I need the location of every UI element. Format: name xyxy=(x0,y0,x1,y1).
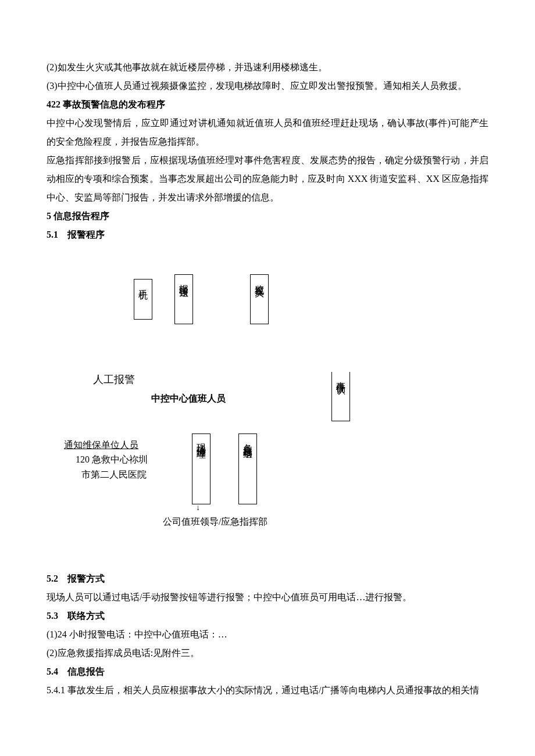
box-alarm-button: 报警按钮 xyxy=(174,274,193,324)
paragraph-5-2: 现场人员可以通过电话/手动报警按钮等进行报警；中控中心值班员可用电话…进行报警。 xyxy=(47,588,488,607)
alarm-flow-diagram: 手机 报警按钮 监视探头 人工报警 中控中心值班人员 事件确认 通知维保单位人员… xyxy=(47,267,488,552)
box-event-confirm: 事件确认 xyxy=(331,372,350,421)
box-phone: 手机 xyxy=(134,279,152,320)
box-action-groups: 各应急行动组 xyxy=(238,433,257,504)
paragraph-5-3-2: (2)应急救援指挥成员电话:见附件三。 xyxy=(47,644,488,662)
box-onsite-manager: 现场值班经理 xyxy=(192,433,211,504)
heading-5: 5 信息报告程序 xyxy=(47,207,488,225)
paragraph-5-4-1: 5.4.1 事故发生后，相关人员应根据事故大小的实际情况，通过电话/广播等向电梯… xyxy=(47,681,488,700)
heading-422: 422 事故预警信息的发布程序 xyxy=(47,95,488,114)
paragraph-3: (3)中控中心值班人员通过视频摄像监控，发现电梯故障时、应立即发出警报预警。通知… xyxy=(47,77,488,95)
heading-5-1: 5.1 报警程序 xyxy=(47,225,488,244)
heading-5-4: 5.4 信息报告 xyxy=(47,662,488,681)
heading-5-2: 5.2 报警方式 xyxy=(47,569,488,588)
label-hospital-2: 市第二人民医院 xyxy=(81,467,147,482)
paragraph-5-3-1: (1)24 小时报警电话：中控中心值班电话：… xyxy=(47,625,488,644)
label-hospital-1: 120 急救中心祢圳 xyxy=(76,452,148,467)
box-camera: 监视探头 xyxy=(250,274,269,324)
paragraph-422-2: 应急指挥部接到报警后，应根据现场值班经理对事件危害程度、发展态势的报告，确定分级… xyxy=(47,151,488,207)
paragraph-2: (2)如发生火灾或其他事故就在就近楼层停梯，并迅速利用楼梯逃生。 xyxy=(47,58,488,77)
label-center-staff: 中控中心值班人员 xyxy=(151,389,226,408)
label-manual-alarm: 人工报警 xyxy=(93,369,135,390)
paragraph-422-1: 中控中心发现警情后，应立即通过对讲机通知就近值班人员和值班经理赶赴现场，确认事故… xyxy=(47,114,488,151)
heading-5-3: 5.3 联络方式 xyxy=(47,607,488,625)
label-company-lead: 公司值班领导/应急指挥部 xyxy=(163,513,268,531)
